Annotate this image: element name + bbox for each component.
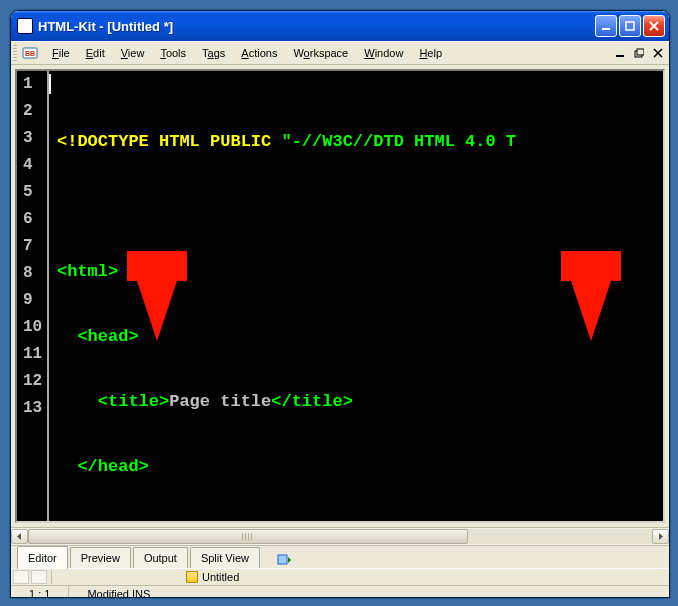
- status-bar: 1 : 1 Modified INS: [11, 585, 669, 598]
- token: <html>: [57, 262, 118, 281]
- menubar: BB File Edit View Tools Tags Actions Wor…: [11, 41, 669, 65]
- token: <title>: [57, 392, 169, 411]
- line-number: 5: [17, 179, 47, 206]
- line-number: 12: [17, 368, 47, 395]
- scroll-track[interactable]: [28, 529, 652, 544]
- view-tabs: Editor Preview Output Split View: [11, 545, 669, 568]
- tab-options-icon[interactable]: [276, 552, 292, 568]
- maximize-button[interactable]: [619, 15, 641, 37]
- token: "-//W3C//DTD HTML 4.0 T: [281, 132, 516, 151]
- tab-split-view[interactable]: Split View: [190, 547, 260, 568]
- app-window: HTML-Kit - [Untitled *] BB File Edit Vie…: [10, 10, 670, 598]
- menu-view[interactable]: View: [113, 45, 153, 61]
- app-icon: [17, 18, 33, 34]
- svg-rect-4: [616, 55, 624, 57]
- close-button[interactable]: [643, 15, 665, 37]
- svg-marker-9: [17, 533, 21, 540]
- mdi-restore-button[interactable]: [631, 45, 647, 61]
- minimize-icon: [601, 21, 611, 31]
- chevron-right-icon: [657, 533, 664, 540]
- status-cursor-position: 1 : 1: [11, 586, 69, 598]
- svg-rect-6: [637, 49, 644, 55]
- menu-tools[interactable]: Tools: [152, 45, 194, 61]
- menu-file[interactable]: File: [44, 45, 78, 61]
- document-icon: [186, 571, 198, 583]
- tab-editor[interactable]: Editor: [17, 546, 68, 569]
- blank-line: [57, 518, 663, 523]
- token: </title>: [271, 392, 353, 411]
- svg-marker-12: [288, 557, 291, 563]
- line-number: 8: [17, 260, 47, 287]
- menubar-app-icon[interactable]: BB: [22, 45, 38, 61]
- mdi-minimize-button[interactable]: [612, 45, 628, 61]
- docbar-scroll-left-button[interactable]: [13, 570, 29, 584]
- line-number: 11: [17, 341, 47, 368]
- toolbar-grip-icon[interactable]: [13, 45, 17, 61]
- tab-preview[interactable]: Preview: [70, 547, 131, 568]
- blank-line: [57, 193, 663, 220]
- menu-actions[interactable]: Actions: [233, 45, 285, 61]
- token: <head>: [57, 327, 139, 346]
- token: <!DOCTYPE HTML PUBLIC: [57, 132, 281, 151]
- svg-rect-11: [278, 555, 287, 564]
- line-number: 3: [17, 125, 47, 152]
- editor-area: 12345678910111213 <!DOCTYPE HTML PUBLIC …: [11, 65, 669, 527]
- token: </head>: [57, 457, 149, 476]
- svg-marker-10: [659, 533, 663, 540]
- titlebar[interactable]: HTML-Kit - [Untitled *]: [11, 11, 669, 41]
- menu-window[interactable]: Window: [356, 45, 411, 61]
- line-number: 13: [17, 395, 47, 422]
- menu-edit[interactable]: Edit: [78, 45, 113, 61]
- menu-tags[interactable]: Tags: [194, 45, 233, 61]
- text-caret: [49, 74, 51, 94]
- docbar-scroll-right-button[interactable]: [31, 570, 47, 584]
- maximize-icon: [625, 21, 635, 31]
- document-bar: Untitled: [11, 568, 669, 585]
- svg-rect-1: [626, 22, 634, 30]
- chevron-left-icon: [16, 533, 23, 540]
- menu-help[interactable]: Help: [411, 45, 450, 61]
- line-gutter: 12345678910111213: [17, 71, 49, 521]
- horizontal-scrollbar[interactable]: [11, 527, 669, 545]
- window-title: HTML-Kit - [Untitled *]: [38, 19, 593, 34]
- code-content[interactable]: <!DOCTYPE HTML PUBLIC "-//W3C//DTD HTML …: [49, 71, 663, 521]
- line-number: 2: [17, 98, 47, 125]
- scroll-right-button[interactable]: [652, 529, 669, 544]
- line-number: 9: [17, 287, 47, 314]
- status-mode: Modified INS: [69, 586, 168, 598]
- line-number: 7: [17, 233, 47, 260]
- minimize-button[interactable]: [595, 15, 617, 37]
- svg-text:BB: BB: [25, 50, 35, 57]
- line-number: 6: [17, 206, 47, 233]
- line-number: 10: [17, 314, 47, 341]
- scroll-left-button[interactable]: [11, 529, 28, 544]
- separator: [51, 570, 52, 584]
- menu-workspace[interactable]: Workspace: [285, 45, 356, 61]
- line-number: 1: [17, 71, 47, 98]
- svg-rect-0: [602, 28, 610, 30]
- mdi-close-button[interactable]: [650, 45, 666, 61]
- token: Page title: [169, 392, 271, 411]
- tab-output[interactable]: Output: [133, 547, 188, 568]
- scroll-thumb[interactable]: [28, 529, 468, 544]
- grip-icon: [242, 533, 254, 541]
- code-editor[interactable]: 12345678910111213 <!DOCTYPE HTML PUBLIC …: [15, 69, 665, 523]
- line-number: 4: [17, 152, 47, 179]
- close-icon: [648, 20, 660, 32]
- document-name[interactable]: Untitled: [202, 571, 239, 583]
